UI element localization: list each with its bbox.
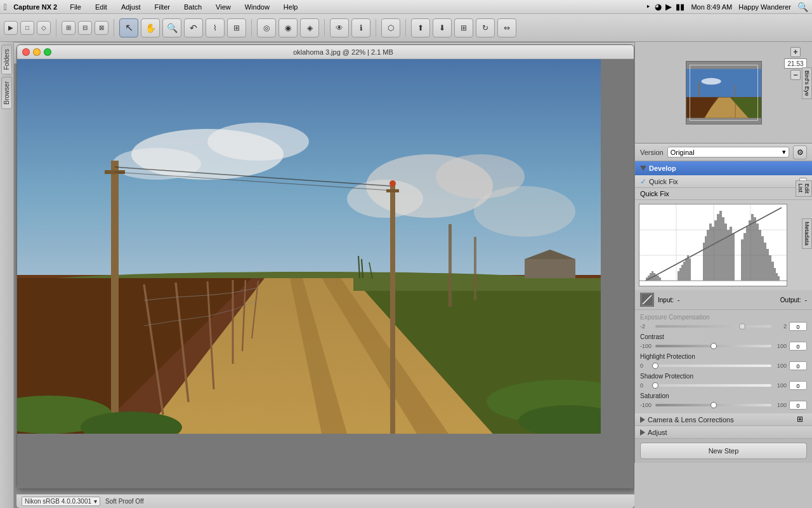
zoom-in-btn[interactable]: + xyxy=(790,47,801,57)
edit-list-tab[interactable]: Edit List xyxy=(796,180,812,197)
select-tool-btn[interactable]: ↖ xyxy=(119,18,138,37)
status-icons: ‣ ◕ ▶ ▮▮ xyxy=(646,2,684,11)
toolbar-small-5[interactable]: ⊟ xyxy=(78,21,92,35)
camera-lens-section[interactable]: Camera & Lens Corrections ⊞ xyxy=(635,413,812,426)
toolbar-small-6[interactable]: ⊠ xyxy=(95,21,108,35)
window-title: oklahoma 3.jpg @ 22% | 2.1 MB xyxy=(58,48,629,56)
toolbar-small-2[interactable]: □ xyxy=(20,21,34,35)
stamp-tool-btn[interactable]: ⬡ xyxy=(381,18,400,37)
toolbar: ▶ □ ◇ ⊞ ⊟ ⊠ ↖ ✋ 🔍 ↶ ⌇ ⊞ ◎ ◉ ◈ 👁 ℹ ⬡ ⬆ ⬇ … xyxy=(0,14,812,42)
shadow-protection-row: Shadow Protection 0 100 0 xyxy=(640,373,807,390)
image-canvas[interactable] xyxy=(17,59,634,488)
move-up-btn[interactable]: ⬆ xyxy=(411,18,430,37)
menu-adjust[interactable]: Adjust xyxy=(119,3,143,11)
status-softproof: Soft Proof Off xyxy=(105,498,143,505)
toolbar-small-3[interactable]: ◇ xyxy=(37,21,51,35)
main-area: oklahoma 3.jpg @ 22% | 2.1 MB xyxy=(14,42,634,508)
hand-tool-btn[interactable]: ✋ xyxy=(141,18,160,37)
curve-btn[interactable]: ⌇ xyxy=(206,18,225,37)
highlight-value: 0 xyxy=(789,361,807,370)
eye-btn[interactable]: 👁 xyxy=(330,18,349,37)
burn-tool-btn[interactable]: ◉ xyxy=(278,18,298,37)
plugin-icon: ⊞ xyxy=(797,415,807,425)
info-btn[interactable]: ℹ xyxy=(351,18,370,37)
highlight-protection-row: Highlight Protection 0 100 0 xyxy=(640,353,807,370)
fit-btn[interactable]: ⊞ xyxy=(454,18,473,37)
exposure-slider[interactable] xyxy=(655,325,771,328)
svg-rect-88 xyxy=(749,220,751,281)
highlight-min: 0 xyxy=(640,363,653,369)
saturation-slider[interactable] xyxy=(655,404,771,406)
svg-rect-89 xyxy=(751,214,754,281)
contrast-control: -100 100 0 xyxy=(640,342,807,351)
menu-filter[interactable]: Filter xyxy=(152,3,172,11)
sidebar-tab-browser[interactable]: Browser xyxy=(1,77,12,109)
menu-help[interactable]: Help xyxy=(281,3,301,11)
menu-batch[interactable]: Batch xyxy=(181,3,204,11)
zoom-tool-btn[interactable]: 🔍 xyxy=(162,18,181,37)
curve-controls: Input: - Output: - xyxy=(635,290,812,310)
version-select[interactable]: Original ▾ xyxy=(667,147,789,157)
rotate2-btn[interactable]: ↻ xyxy=(476,18,495,37)
search-icon[interactable]: 🔍 xyxy=(797,2,808,12)
sidebar-tab-folders[interactable]: Folders xyxy=(1,44,12,74)
shadow-value: 0 xyxy=(789,381,807,390)
apple-logo-icon[interactable]:  xyxy=(4,2,7,12)
menu-file[interactable]: File xyxy=(67,3,84,11)
menubar:  Capture NX 2 File Edit Adjust Filter B… xyxy=(0,0,812,14)
menu-edit[interactable]: Edit xyxy=(93,3,110,11)
layout: Folders Browser oklahoma 3.jpg @ 22% | 2… xyxy=(0,42,812,508)
minimize-button[interactable] xyxy=(33,48,41,56)
version-settings-btn[interactable]: ⚙ xyxy=(793,145,807,159)
birds-eye-tab[interactable]: Bird's Eye xyxy=(802,67,812,99)
rotate-ccw-btn[interactable]: ↶ xyxy=(184,18,203,37)
svg-rect-97 xyxy=(771,262,774,281)
quick-fix-header[interactable]: ✓ Quick Fix xyxy=(635,175,812,188)
svg-rect-66 xyxy=(679,268,681,281)
output-value: - xyxy=(805,297,807,304)
develop-expand-icon[interactable] xyxy=(640,166,646,171)
histogram-canvas xyxy=(639,204,787,286)
transform-btn[interactable]: ⊞ xyxy=(227,18,246,37)
toolbar-small-1[interactable]: ▶ xyxy=(4,21,18,35)
toolbar-small-4[interactable]: ⊞ xyxy=(62,21,75,35)
status-bar: Nikon sRGB 4.0.0.3001 ▾ Soft Proof Off xyxy=(16,494,634,508)
contrast-slider[interactable] xyxy=(655,345,771,347)
menu-window[interactable]: Window xyxy=(242,3,272,11)
curve-thumb[interactable] xyxy=(640,293,654,307)
saturation-row: Saturation -100 100 0 xyxy=(640,392,807,410)
shadow-slider[interactable] xyxy=(655,384,771,387)
birds-eye-panel: + 21.53 − Bird's Eye xyxy=(635,42,812,144)
svg-rect-93 xyxy=(761,236,764,281)
highlight-slider[interactable] xyxy=(655,364,771,367)
new-step-button[interactable]: New Step xyxy=(640,443,807,459)
svg-rect-69 xyxy=(685,258,687,281)
status-profile-dropdown[interactable]: Nikon sRGB 4.0.0.3001 ▾ xyxy=(22,497,100,506)
input-value: - xyxy=(678,297,679,304)
wifi-icon: ◕ xyxy=(655,2,662,11)
sponge-tool-btn[interactable]: ◈ xyxy=(300,18,319,37)
quick-fix-check-icon: ✓ xyxy=(640,177,646,186)
edit-panel: Develop ✓ Quick Fix Quick Fix xyxy=(635,161,812,463)
username: Happy Wanderer xyxy=(738,3,791,11)
zoom-out-btn[interactable]: − xyxy=(790,70,801,80)
flip-btn[interactable]: ⇔ xyxy=(497,18,516,37)
dodge-tool-btn[interactable]: ◎ xyxy=(257,18,276,37)
move-down-btn[interactable]: ⬇ xyxy=(433,18,452,37)
svg-rect-60 xyxy=(652,271,653,281)
birds-eye-thumbnail xyxy=(686,61,762,124)
svg-rect-65 xyxy=(678,271,679,281)
svg-rect-58 xyxy=(648,276,650,281)
metadata-tab[interactable]: Metadata xyxy=(802,218,812,249)
new-step-label: New Step xyxy=(709,447,739,455)
close-button[interactable] xyxy=(22,48,30,56)
adjust-expand-icon xyxy=(640,429,645,436)
quick-fix-label: Quick Fix xyxy=(640,190,669,197)
adjust-section[interactable]: Adjust xyxy=(635,426,812,439)
exposure-compensation-row: Exposure Compensation -2 2 0 xyxy=(640,314,807,331)
menu-view[interactable]: View xyxy=(213,3,233,11)
exposure-min: -2 xyxy=(640,323,653,330)
svg-rect-76 xyxy=(712,227,714,281)
camera-lens-title: Camera & Lens Corrections xyxy=(648,416,734,424)
maximize-button[interactable] xyxy=(44,48,51,56)
